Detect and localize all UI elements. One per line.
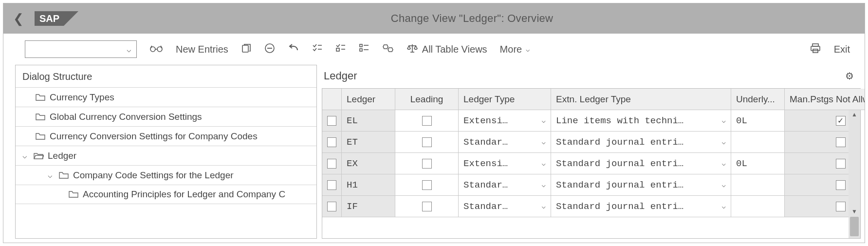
svg-rect-20 bbox=[811, 46, 820, 51]
tree-item-label: Company Code Settings for the Ledger bbox=[73, 170, 234, 181]
cell-leading[interactable] bbox=[395, 132, 459, 153]
scroll-up-icon[interactable]: ▲ bbox=[851, 111, 857, 118]
folder-icon bbox=[35, 132, 46, 141]
all-table-views-button[interactable]: All Table Views bbox=[406, 43, 487, 56]
cell-ledger[interactable]: EX bbox=[342, 153, 395, 174]
row-select-checkbox[interactable] bbox=[322, 174, 342, 196]
folder-icon bbox=[35, 113, 46, 121]
tree-item-currency-types[interactable]: Currency Types bbox=[16, 87, 316, 107]
tree-item-currency-conv-company[interactable]: Currency Conversion Settings for Company… bbox=[16, 126, 316, 146]
cell-leading[interactable] bbox=[395, 174, 459, 196]
cell-extn-type[interactable]: Line items with techni…⌵ bbox=[551, 110, 731, 132]
col-ledger-type[interactable]: Ledger Type bbox=[459, 89, 551, 110]
col-select bbox=[322, 89, 342, 110]
chevron-down-icon: ⌵ bbox=[46, 170, 55, 180]
cell-ledger-type[interactable]: Extensi…⌵ bbox=[459, 153, 551, 174]
col-manpstgs[interactable]: Man.Pstgs Not Allwd bbox=[785, 89, 865, 110]
cell-ledger-type[interactable]: Standar…⌵ bbox=[459, 174, 551, 196]
configure-icon[interactable] bbox=[382, 43, 394, 56]
chevron-down-icon: ⌵ bbox=[127, 45, 131, 54]
row-select-checkbox[interactable] bbox=[322, 196, 342, 217]
cell-ledger-type[interactable]: Standar…⌵ bbox=[459, 132, 551, 153]
dialog-structure-panel: Dialog Structure Currency Types Global C… bbox=[15, 65, 317, 239]
all-table-views-label: All Table Views bbox=[422, 44, 487, 55]
table-row[interactable]: H1 Standar…⌵ Standard journal entri…⌵ bbox=[322, 174, 860, 196]
tree-item-global-currency-conv[interactable]: Global Currency Conversion Settings bbox=[16, 107, 316, 126]
cell-ledger-type[interactable]: Standar…⌵ bbox=[459, 196, 551, 217]
table-row[interactable]: EX Extensi…⌵ Standard journal entri…⌵ 0L bbox=[322, 153, 860, 174]
exit-label: Exit bbox=[834, 44, 850, 55]
cell-extn-type[interactable]: Standard journal entri…⌵ bbox=[551, 132, 731, 153]
tree-item-label: Ledger bbox=[48, 151, 76, 161]
cell-extn-type[interactable]: Standard journal entri…⌵ bbox=[551, 196, 731, 217]
glasses-icon[interactable] bbox=[149, 44, 163, 55]
tree-item-accounting-principles[interactable]: Accounting Principles for Ledger and Com… bbox=[16, 185, 316, 204]
scroll-thumb[interactable] bbox=[850, 217, 859, 236]
cell-leading[interactable] bbox=[395, 110, 459, 132]
exit-button[interactable]: Exit bbox=[834, 44, 850, 55]
pane-title: Ledger bbox=[324, 70, 357, 82]
tree-item-ledger[interactable]: ⌵ Ledger bbox=[16, 146, 316, 165]
table-header: Ledger Leading Ledger Type Extn. Ledger … bbox=[322, 89, 860, 110]
table-row[interactable]: ET Standar…⌵ Standard journal entri…⌵ bbox=[322, 132, 860, 153]
back-button[interactable]: ❮ bbox=[13, 11, 24, 26]
chevron-down-icon: ⌵ bbox=[20, 151, 29, 160]
cell-underly[interactable] bbox=[731, 132, 785, 153]
page-title: Change View "Ledger": Overview bbox=[89, 12, 855, 25]
tree-item-label: Global Currency Conversion Settings bbox=[50, 112, 202, 122]
cell-extn-type[interactable]: Standard journal entri…⌵ bbox=[551, 153, 731, 174]
folder-icon bbox=[68, 190, 79, 199]
cell-underly[interactable]: 0L bbox=[731, 110, 785, 132]
print-icon[interactable] bbox=[810, 43, 821, 56]
vertical-scrollbar[interactable]: ▲ ▼ bbox=[849, 110, 860, 238]
svg-rect-12 bbox=[360, 44, 362, 47]
select-block-icon[interactable] bbox=[335, 43, 346, 56]
copy-icon[interactable] bbox=[241, 43, 252, 56]
svg-text:SAP: SAP bbox=[39, 13, 59, 24]
select-all-icon[interactable] bbox=[312, 43, 323, 56]
tree-item-label: Currency Conversion Settings for Company… bbox=[50, 131, 258, 142]
tree-item-label: Currency Types bbox=[50, 92, 114, 103]
cell-leading[interactable] bbox=[395, 196, 459, 217]
table-row[interactable]: EL Extensi…⌵ Line items with techni…⌵ 0L… bbox=[322, 110, 860, 132]
undo-icon[interactable] bbox=[288, 43, 299, 55]
svg-rect-14 bbox=[360, 49, 362, 51]
ledger-pane: Ledger ⚙ Ledger Leading Ledger Type Extn… bbox=[322, 65, 861, 239]
view-select-dropdown[interactable]: ⌵ bbox=[25, 40, 137, 58]
col-ledger[interactable]: Ledger bbox=[342, 89, 395, 110]
cell-ledger[interactable]: ET bbox=[342, 132, 395, 153]
row-select-checkbox[interactable] bbox=[322, 110, 342, 132]
cell-extn-type[interactable]: Standard journal entri…⌵ bbox=[551, 174, 731, 196]
cell-underly[interactable] bbox=[731, 174, 785, 196]
delete-icon[interactable] bbox=[264, 43, 275, 56]
svg-rect-4 bbox=[242, 45, 248, 52]
sap-logo: SAP bbox=[35, 11, 78, 26]
new-entries-label: New Entries bbox=[176, 44, 228, 55]
deselect-all-icon[interactable] bbox=[359, 43, 369, 56]
tree-item-company-code-settings[interactable]: ⌵ Company Code Settings for the Ledger bbox=[16, 165, 316, 185]
svg-rect-11 bbox=[336, 48, 339, 51]
ledger-table: Ledger Leading Ledger Type Extn. Ledger … bbox=[322, 88, 861, 239]
more-label: More bbox=[500, 44, 522, 55]
folder-icon bbox=[58, 171, 69, 180]
cell-underly[interactable]: 0L bbox=[731, 153, 785, 174]
tree-item-label: Accounting Principles for Ledger and Com… bbox=[83, 189, 285, 200]
new-entries-button[interactable]: New Entries bbox=[176, 44, 228, 55]
toolbar: ⌵ New Entries bbox=[3, 34, 865, 65]
cell-ledger[interactable]: EL bbox=[342, 110, 395, 132]
row-select-checkbox[interactable] bbox=[322, 153, 342, 174]
scroll-down-icon[interactable]: ▼ bbox=[851, 208, 857, 215]
chevron-down-icon: ⌵ bbox=[526, 45, 530, 53]
gear-icon[interactable]: ⚙ bbox=[845, 70, 854, 82]
cell-ledger[interactable]: H1 bbox=[342, 174, 395, 196]
col-underly[interactable]: Underly... bbox=[731, 89, 785, 110]
table-row[interactable]: IF Standar…⌵ Standard journal entri…⌵ bbox=[322, 196, 860, 217]
more-button[interactable]: More ⌵ bbox=[500, 44, 530, 55]
col-extn-type[interactable]: Extn. Ledger Type bbox=[551, 89, 731, 110]
cell-leading[interactable] bbox=[395, 153, 459, 174]
cell-ledger-type[interactable]: Extensi…⌵ bbox=[459, 110, 551, 132]
cell-underly[interactable] bbox=[731, 196, 785, 217]
col-leading[interactable]: Leading bbox=[395, 89, 459, 110]
cell-ledger[interactable]: IF bbox=[342, 196, 395, 217]
row-select-checkbox[interactable] bbox=[322, 132, 342, 153]
